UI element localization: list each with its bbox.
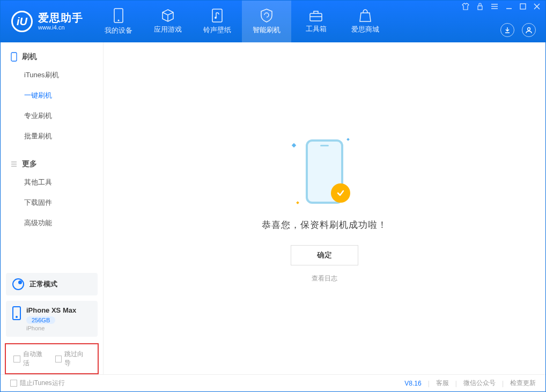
- toolbox-icon: [308, 9, 323, 22]
- svg-point-3: [215, 17, 217, 19]
- sparkle-icon: [292, 143, 296, 147]
- menu-icon[interactable]: [491, 3, 498, 11]
- tab-label: 铃声壁纸: [203, 25, 231, 35]
- success-message: 恭喜您，保资料刷机成功啦！: [262, 219, 387, 231]
- section-title: 更多: [22, 159, 37, 169]
- device-small-icon: [10, 52, 18, 62]
- svg-rect-14: [11, 53, 17, 61]
- checkbox-auto-activate[interactable]: 自动激活: [13, 350, 49, 368]
- svg-rect-5: [478, 6, 482, 10]
- sparkle-icon: [296, 201, 299, 204]
- mode-card[interactable]: 正常模式: [6, 273, 98, 295]
- sidebar-item-advanced[interactable]: 高级功能: [1, 213, 103, 233]
- brand-logo-icon: iU: [11, 11, 33, 32]
- device-info: iPhone XS Max 256GB iPhone: [26, 306, 76, 331]
- svg-rect-4: [310, 13, 322, 21]
- bag-icon: [359, 9, 372, 23]
- body: 刷机 iTunes刷机 一键刷机 专业刷机 批量刷机 更多 其他工具 下载固件 …: [1, 42, 545, 374]
- shield-refresh-icon: [260, 8, 274, 23]
- brand-subtitle: www.i4.cn: [38, 24, 83, 31]
- tab-label: 爱思商城: [351, 25, 379, 34]
- music-file-icon: [211, 8, 224, 23]
- brand-text: 爱思助手 www.i4.cn: [38, 11, 83, 31]
- sidebar-item-other-tools[interactable]: 其他工具: [1, 172, 103, 193]
- highlighted-checkbox-row: 自动激活 跳过向导: [5, 343, 99, 374]
- checkbox-label: 自动激活: [23, 350, 49, 368]
- window-controls-top: [462, 3, 540, 12]
- device-type: iPhone: [26, 325, 76, 331]
- ok-button[interactable]: 确定: [291, 245, 358, 265]
- svg-point-13: [528, 28, 530, 31]
- checkbox-label: 跳过向导: [64, 350, 90, 368]
- cube-icon: [161, 9, 175, 23]
- checkbox-icon: [55, 356, 62, 363]
- checkbox-icon: [13, 356, 20, 363]
- brand-title: 爱思助手: [38, 11, 83, 24]
- sidebar-item-batch-flash[interactable]: 批量刷机: [1, 126, 103, 146]
- sidebar-item-download-firmware[interactable]: 下载固件: [1, 193, 103, 213]
- divider: |: [455, 380, 457, 387]
- device-phone-icon: [12, 306, 21, 320]
- tab-label: 我的设备: [105, 26, 132, 35]
- tab-toolbox[interactable]: 工具箱: [291, 1, 341, 42]
- download-icon[interactable]: [500, 23, 514, 37]
- device-card[interactable]: iPhone XS Max 256GB iPhone: [6, 301, 98, 337]
- tab-label: 应用游戏: [154, 25, 182, 34]
- sidebar-section-flash: 刷机: [1, 42, 103, 65]
- brand: iU 爱思助手 www.i4.cn: [1, 1, 94, 42]
- header-tabs: 我的设备 应用游戏 铃声壁纸 智能刷机 工具箱 爱思商城: [94, 1, 390, 42]
- divider: |: [502, 380, 504, 387]
- tab-my-device[interactable]: 我的设备: [94, 1, 143, 42]
- footer: 阻止iTunes运行 V8.16 | 客服 | 微信公众号 | 检查更新: [1, 374, 545, 391]
- sidebar-cards: 正常模式 iPhone XS Max 256GB iPhone: [1, 273, 103, 342]
- section-title: 刷机: [22, 52, 37, 62]
- device-name: iPhone XS Max: [26, 306, 76, 314]
- tab-label: 工具箱: [306, 24, 327, 34]
- minimize-icon[interactable]: [506, 3, 512, 11]
- tab-ringtone-wallpaper[interactable]: 铃声壁纸: [193, 1, 242, 42]
- header-right-icons: [500, 23, 536, 37]
- sidebar-item-pro-flash[interactable]: 专业刷机: [1, 106, 103, 126]
- mode-status-icon: [12, 278, 24, 290]
- tab-store[interactable]: 爱思商城: [341, 1, 390, 42]
- user-icon[interactable]: [522, 23, 536, 37]
- tab-label: 智能刷机: [253, 25, 281, 35]
- checkbox-stop-itunes[interactable]: 阻止iTunes运行: [10, 379, 65, 388]
- sidebar-item-itunes-flash[interactable]: iTunes刷机: [1, 65, 103, 85]
- device-storage-badge: 256GB: [26, 316, 55, 324]
- main-content: 恭喜您，保资料刷机成功啦！ 确定 查看日志: [104, 42, 545, 374]
- svg-point-1: [118, 20, 120, 21]
- tab-apps-games[interactable]: 应用游戏: [143, 1, 193, 42]
- tshirt-icon[interactable]: [462, 3, 469, 12]
- mode-label: 正常模式: [29, 279, 57, 289]
- footer-right: V8.16 | 客服 | 微信公众号 | 检查更新: [404, 379, 536, 388]
- close-icon[interactable]: [534, 3, 540, 11]
- divider: |: [428, 380, 430, 387]
- version-label: V8.16: [404, 380, 421, 387]
- sidebar: 刷机 iTunes刷机 一键刷机 专业刷机 批量刷机 更多 其他工具 下载固件 …: [1, 42, 104, 374]
- view-log-link[interactable]: 查看日志: [312, 274, 337, 283]
- checkbox-icon: [10, 380, 17, 387]
- header: iU 爱思助手 www.i4.cn 我的设备 应用游戏 铃声壁纸 智能刷机: [1, 1, 545, 42]
- lock-icon[interactable]: [477, 3, 483, 12]
- svg-rect-2: [212, 9, 222, 22]
- sparkle-icon: [346, 138, 350, 141]
- footer-link-update[interactable]: 检查更新: [510, 379, 536, 388]
- checkbox-skip-wizard[interactable]: 跳过向导: [55, 350, 91, 368]
- phone-icon: [113, 8, 124, 24]
- svg-rect-10: [520, 4, 526, 9]
- checkbox-label: 阻止iTunes运行: [20, 379, 65, 388]
- list-icon: [10, 160, 18, 168]
- maximize-icon[interactable]: [520, 3, 526, 11]
- footer-link-support[interactable]: 客服: [436, 379, 449, 388]
- check-badge-icon: [331, 183, 350, 203]
- tab-smart-flash[interactable]: 智能刷机: [242, 1, 291, 42]
- sidebar-section-more: 更多: [1, 150, 103, 172]
- app-window: iU 爱思助手 www.i4.cn 我的设备 应用游戏 铃声壁纸 智能刷机: [0, 0, 546, 392]
- footer-link-wechat[interactable]: 微信公众号: [463, 379, 496, 388]
- success-illustration: [287, 134, 362, 209]
- sidebar-item-onekey-flash[interactable]: 一键刷机: [1, 85, 103, 106]
